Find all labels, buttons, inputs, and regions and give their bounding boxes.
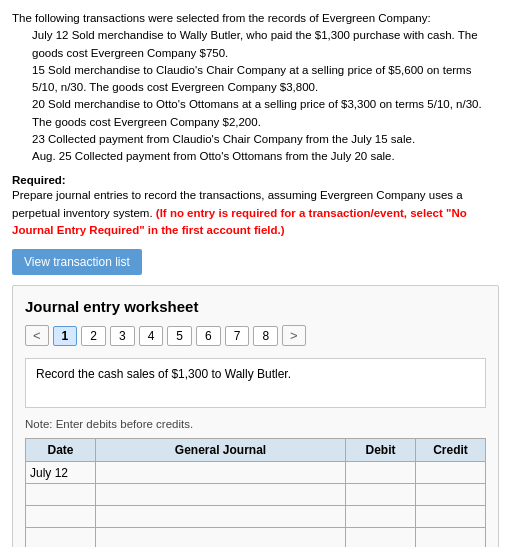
required-label: Required:	[12, 174, 66, 186]
input-debit-4[interactable]	[350, 532, 411, 546]
col-header-journal: General Journal	[96, 439, 346, 462]
required-text: Prepare journal entries to record the tr…	[12, 187, 499, 239]
page-6[interactable]: 6	[196, 326, 221, 346]
cell-journal-4[interactable]	[96, 528, 346, 548]
col-header-debit: Debit	[346, 439, 416, 462]
page-5[interactable]: 5	[167, 326, 192, 346]
table-row	[26, 506, 486, 528]
input-credit-2[interactable]	[420, 488, 481, 502]
transaction-5: Aug. 25 Collected payment from Otto's Ot…	[32, 148, 499, 165]
required-section: Required: Prepare journal entries to rec…	[12, 173, 499, 239]
input-debit-1[interactable]	[350, 466, 411, 480]
col-header-date: Date	[26, 439, 96, 462]
input-credit-3[interactable]	[420, 510, 481, 524]
intro-heading: The following transactions were selected…	[12, 12, 431, 24]
next-page-button[interactable]: >	[282, 325, 306, 346]
prev-page-button[interactable]: <	[25, 325, 49, 346]
note-text: Note: Enter debits before credits.	[25, 418, 486, 430]
input-journal-4[interactable]	[100, 532, 341, 546]
cell-debit-4[interactable]	[346, 528, 416, 548]
cell-date-4	[26, 528, 96, 548]
entry-description: Record the cash sales of $1,300 to Wally…	[25, 358, 486, 408]
input-debit-3[interactable]	[350, 510, 411, 524]
page-7[interactable]: 7	[225, 326, 250, 346]
intro-section: The following transactions were selected…	[12, 10, 499, 165]
cell-date-1: July 12	[26, 462, 96, 484]
input-debit-2[interactable]	[350, 488, 411, 502]
cell-credit-2[interactable]	[416, 484, 486, 506]
view-transaction-button[interactable]: View transaction list	[12, 249, 142, 275]
input-credit-4[interactable]	[420, 532, 481, 546]
cell-date-2	[26, 484, 96, 506]
cell-debit-3[interactable]	[346, 506, 416, 528]
cell-credit-4[interactable]	[416, 528, 486, 548]
journal-table: Date General Journal Debit Credit July 1…	[25, 438, 486, 547]
transaction-1: July 12 Sold merchandise to Wally Butler…	[32, 27, 499, 62]
page-4[interactable]: 4	[139, 326, 164, 346]
cell-journal-1[interactable]	[96, 462, 346, 484]
journal-title: Journal entry worksheet	[25, 298, 486, 315]
input-credit-1[interactable]	[420, 466, 481, 480]
col-header-credit: Credit	[416, 439, 486, 462]
transaction-4: 23 Collected payment from Claudio's Chai…	[32, 131, 499, 148]
input-journal-2[interactable]	[100, 488, 341, 502]
transaction-2: 15 Sold merchandise to Claudio's Chair C…	[32, 62, 499, 97]
input-journal-3[interactable]	[100, 510, 341, 524]
cell-date-3	[26, 506, 96, 528]
page-2[interactable]: 2	[81, 326, 106, 346]
table-row: July 12	[26, 462, 486, 484]
journal-card: Journal entry worksheet < 1 2 3 4 5 6 7 …	[12, 285, 499, 547]
page-3[interactable]: 3	[110, 326, 135, 346]
cell-credit-1[interactable]	[416, 462, 486, 484]
table-row	[26, 528, 486, 548]
input-journal-1[interactable]	[100, 466, 341, 480]
cell-credit-3[interactable]	[416, 506, 486, 528]
pagination-row: < 1 2 3 4 5 6 7 8 >	[25, 325, 486, 346]
transaction-3: 20 Sold merchandise to Otto's Ottomans a…	[32, 96, 499, 131]
cell-journal-2[interactable]	[96, 484, 346, 506]
cell-debit-1[interactable]	[346, 462, 416, 484]
table-row	[26, 484, 486, 506]
page-8[interactable]: 8	[253, 326, 278, 346]
cell-debit-2[interactable]	[346, 484, 416, 506]
cell-journal-3[interactable]	[96, 506, 346, 528]
page-1[interactable]: 1	[53, 326, 78, 346]
